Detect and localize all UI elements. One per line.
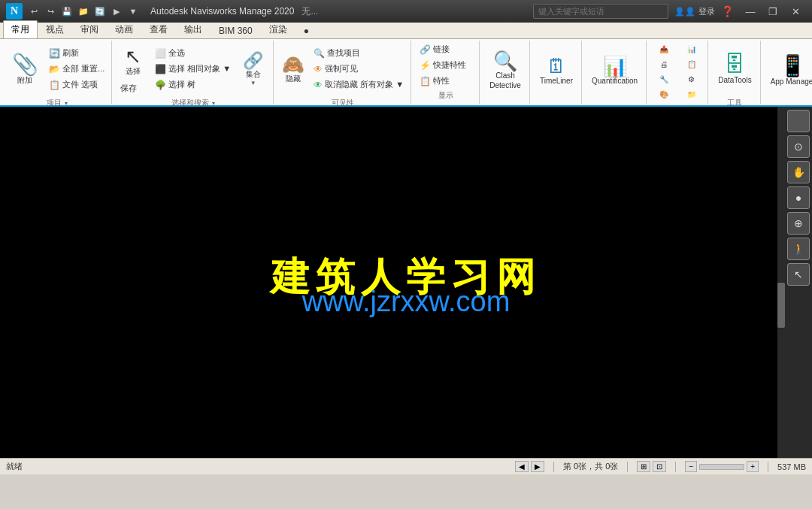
tab-extra[interactable]: ● [295,23,317,38]
ribbon-group-project-content: 📎 附加 🔄 刷新 📂 全部 重置... 📋 文件 选项 [6,42,108,96]
grid-btn-8[interactable]: 📁 [679,87,705,101]
force-label: 强制可见 [325,64,358,74]
tab-bim360[interactable]: BIM 360 [211,23,261,38]
minimize-button[interactable]: — [740,4,761,19]
reset-all-button[interactable]: 📂 全部 重置... [45,62,108,77]
attach-label: 附加 [17,76,32,85]
grid-btn-7[interactable]: 🎨 [651,87,677,101]
next-page-button[interactable]: ▶ [531,461,544,472]
refresh-icon: 🔄 [49,49,60,58]
title-bar-right: 👤👤 登录 ❓ — ❐ ✕ [533,4,806,19]
ribbon-group-display-content: 🔗 链接 ⚡ 快捷特性 📋 特性 [416,42,476,89]
status-divider-3 [675,462,676,472]
grid-btn-6[interactable]: ⚙ [679,72,705,86]
hide-button[interactable]: 🙈 隐藏 [278,42,308,96]
ribbon-group-timeliner-content: 🗓 TimeLiner [535,42,578,99]
quantification-button[interactable]: 📊 Quantification [586,44,643,98]
nav-zoom2-button[interactable]: ⊕ [787,212,810,235]
datatools-button[interactable]: 🗄 DataTools [713,42,756,96]
search-input[interactable] [533,4,668,19]
appmanager-button[interactable]: 📱 App Manager [765,44,812,98]
nav-walk-button[interactable]: 🚶 [787,238,810,260]
watermark-english: www.jzrxxw.com [302,286,511,318]
select-all-button[interactable]: ⬜ 全选 [151,46,235,61]
tab-render[interactable]: 渲染 [261,20,295,38]
zoom-in-button[interactable]: + [747,461,759,472]
reset-icon: 📂 [49,65,60,74]
tab-output[interactable]: 输出 [176,20,211,38]
nav-zoom-button[interactable]: ● [787,186,810,209]
display-label-text: 显示 [438,90,453,101]
qa-btn-4[interactable]: 📁 [77,5,90,18]
tab-viewpoint[interactable]: 视点 [38,20,72,38]
grid-btn-2[interactable]: 📊 [679,42,705,56]
restore-button[interactable]: ❐ [762,4,783,19]
scrollbar-thumb[interactable] [777,283,785,328]
grid-btn-4[interactable]: 📋 [679,57,705,71]
ribbon-group-appmanager: 📱 App Manager [762,41,812,104]
quick-access-toolbar: ↩ ↪ 💾 📁 🔄 ▶ ▼ [27,5,140,18]
tab-view[interactable]: 查看 [141,20,176,38]
link-button[interactable]: 🔗 链接 [416,42,476,57]
zoom-out-button[interactable]: − [685,461,697,472]
select-same-icon: ⬛ [155,65,166,74]
force-visible-button[interactable]: 👁 强制可见 [310,62,408,77]
tab-review[interactable]: 审阅 [72,20,107,38]
unhide-all-button[interactable]: 👁 取消隐藏 所有对象 ▼ [310,77,408,92]
save-sel-button[interactable]: 保存 [117,81,144,96]
zoom-slider[interactable] [699,464,744,470]
viewport-scrollbar[interactable] [777,107,785,458]
select-same-button[interactable]: ⬛ 选择 相同对象 ▼ [151,62,235,77]
refresh-button[interactable]: 🔄 刷新 [45,46,108,61]
qa-dropdown[interactable]: ▼ [126,5,140,18]
grid-btn-3[interactable]: 🖨 [651,57,677,71]
clash-detective-button[interactable]: 🔍 Clash Detective [484,44,526,98]
qa-btn-3[interactable]: 💾 [60,5,74,18]
ribbon-group-datatools-content: 🗄 DataTools [713,42,756,96]
qa-btn-1[interactable]: ↩ [27,5,41,18]
qa-btn-2[interactable]: ↪ [44,5,57,18]
sets-icon: 🔗 [243,53,263,69]
quant-group-label [586,99,643,102]
attach-button[interactable]: 📎 附加 [6,42,44,96]
sheet-view-button[interactable]: ⊞ [637,461,650,472]
close-button[interactable]: ✕ [785,4,806,19]
ribbon-group-select: ↖ 选择 保存 ⬜ 全选 ⬛ 选择 相同对象 ▼ 🌳 选择 树 [114,41,274,104]
quick-props-button[interactable]: ⚡ 快捷特性 [416,58,476,73]
nav-orbit-button[interactable]: ⊙ [787,135,810,158]
ribbon-group-quantification: 📊 Quantification [583,41,647,104]
tree-label: 选择 树 [168,80,195,89]
nav-select-button[interactable]: ↖ [787,263,810,286]
select-all-label: 全选 [168,48,185,58]
qa-btn-5[interactable]: 🔄 [93,5,107,18]
grid-btn-5[interactable]: 🔧 [651,72,677,86]
tab-animation[interactable]: 动画 [107,20,141,38]
sets-button[interactable]: 🔗 集合 ▼ [236,42,270,96]
user-section: 👤👤 登录 [674,6,715,17]
hide-icon: 🙈 [282,56,304,74]
select-button[interactable]: ↖ 选择 [117,43,150,80]
timeliner-button[interactable]: 🗓 TimeLiner [535,44,578,98]
project-label-arrow[interactable]: ▾ [65,100,68,107]
login-label[interactable]: 登录 [698,6,715,17]
find-items-button[interactable]: 🔍 查找项目 [310,46,408,61]
select-tree-button[interactable]: 🌳 选择 树 [151,77,235,92]
status-left: 就绪 [6,461,23,472]
qa-btn-6[interactable]: ▶ [110,5,123,18]
select-icon: ↖ [125,47,141,66]
tab-common[interactable]: 常用 [3,20,38,38]
sets-group: 🔗 集合 ▼ [236,42,270,96]
model-view-button[interactable]: ⊡ [653,461,666,472]
select-label-arrow[interactable]: ▾ [212,100,215,107]
file-view-button[interactable]: 📋 文件 选项 [45,77,108,92]
prev-page-button[interactable]: ◀ [515,461,529,472]
nav-pan-button[interactable]: ✋ [787,161,810,183]
select-label: 选择 [126,67,141,76]
help-icon[interactable]: ❓ [721,5,734,17]
title-bar: N ↩ ↪ 💾 📁 🔄 ▶ ▼ Autodesk Navisworks Mana… [0,0,812,23]
grid-btn-1[interactable]: 📤 [651,42,677,56]
sets-dropdown: ▼ [250,80,256,86]
nav-cube[interactable] [787,110,810,132]
datatools-icon: 🗄 [724,54,745,75]
props-button[interactable]: 📋 特性 [416,74,476,89]
